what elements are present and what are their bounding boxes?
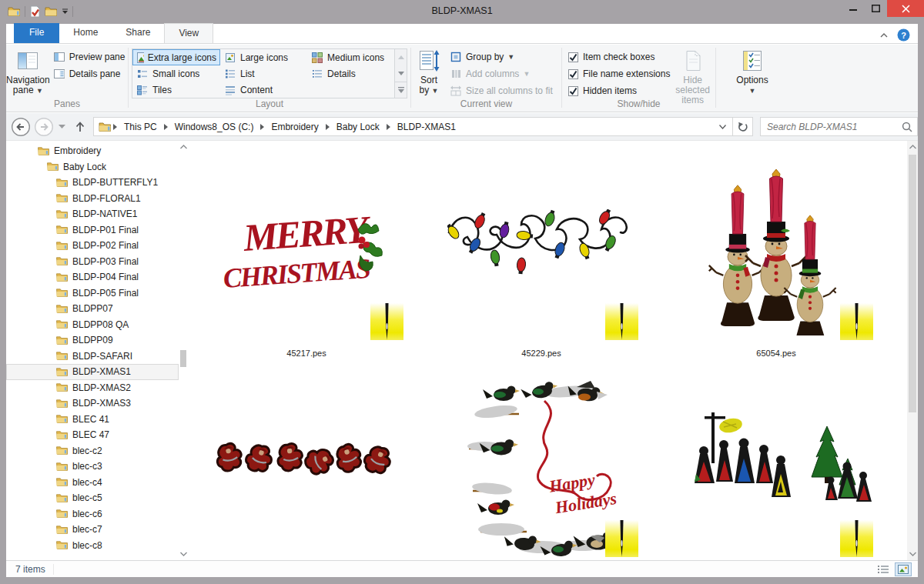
breadcrumb-this-pc[interactable]: This PC — [122, 121, 159, 133]
sidebar-item[interactable]: BLDP-P02 Final — [6, 238, 179, 254]
breadcrumb-chevron-icon[interactable] — [387, 124, 390, 130]
sidebar-item[interactable]: Embroidery — [6, 143, 179, 159]
hidden-items-checkbox[interactable]: Hidden items — [568, 82, 670, 99]
breadcrumb-bldp-xmas1[interactable]: BLDP-XMAS1 — [396, 121, 457, 133]
sidebar-item[interactable]: BLEC 47 — [6, 427, 179, 443]
breadcrumb-embroidery[interactable]: Embroidery — [270, 121, 320, 133]
add-columns-button[interactable]: Add columns▼ — [447, 65, 556, 82]
search-icon[interactable] — [902, 122, 912, 132]
sidebar-scrollbar[interactable] — [179, 141, 188, 560]
close-button[interactable] — [887, 0, 924, 17]
gallery-more-icon[interactable] — [395, 82, 407, 98]
minimize-button[interactable] — [842, 0, 865, 17]
file-name-extensions-checkbox[interactable]: File name extensions — [568, 65, 670, 82]
layout-content[interactable]: Content — [220, 82, 307, 98]
sidebar-item[interactable]: Baby Lock — [6, 159, 179, 175]
sidebar-item[interactable]: BLDP-BUTTERFLY1 — [6, 175, 179, 191]
breadcrumb-chevron-icon[interactable] — [113, 124, 117, 130]
help-icon[interactable]: ? — [897, 28, 910, 42]
sidebar-item-label: BLDP-P03 Final — [72, 256, 139, 267]
forward-button[interactable] — [34, 117, 54, 137]
sidebar-item[interactable]: BLDP-FLORAL1 — [6, 191, 179, 207]
tab-view[interactable]: View — [164, 23, 213, 43]
breadcrumb-chevron-icon[interactable] — [326, 124, 330, 130]
layout-list[interactable]: List — [220, 65, 307, 82]
layout-small-icons[interactable]: Small icons — [132, 65, 220, 82]
sidebar-item[interactable]: blec-c7 — [6, 522, 179, 538]
file-item-45217[interactable]: MERRY CHRISTMAS 45217.pes — [208, 151, 405, 358]
tab-share[interactable]: Share — [112, 23, 164, 43]
main-scroll-up-icon[interactable] — [907, 141, 918, 153]
sidebar-item[interactable]: BLDP-XMAS1 — [6, 364, 179, 380]
details-pane-button[interactable]: Details pane — [50, 65, 129, 82]
main-scrollbar[interactable] — [907, 141, 918, 560]
layout-large-icons[interactable]: Large icons — [220, 49, 307, 65]
layout-medium-icons[interactable]: Medium icons — [307, 49, 394, 65]
search-input[interactable] — [765, 121, 902, 133]
sidebar-item[interactable]: blec-c3 — [6, 459, 179, 475]
details-view-button[interactable] — [875, 562, 892, 576]
sidebar-item[interactable]: BLDP-XMAS2 — [6, 380, 179, 396]
title-bar: BLDP-XMAS1 — [0, 0, 924, 24]
file-item-happy-holidays-birds[interactable]: Happy Holidays — [443, 368, 640, 560]
refresh-button[interactable] — [733, 117, 753, 136]
sidebar-item[interactable]: BLDP-P04 Final — [6, 269, 179, 285]
size-all-columns-button[interactable]: Size all columns to fit — [447, 82, 556, 99]
sidebar-scroll-up-icon[interactable] — [179, 141, 188, 153]
item-check-boxes-checkbox[interactable]: Item check boxes — [568, 48, 670, 65]
hide-selected-items-icon — [681, 48, 705, 73]
sidebar-scroll-down-icon[interactable] — [179, 548, 188, 560]
sidebar-item-label: blec-c3 — [72, 461, 102, 472]
sidebar-item[interactable]: BLDP-SAFARI — [6, 349, 179, 365]
gallery-scroll-down-icon[interactable] — [395, 65, 407, 82]
sidebar-item[interactable]: blec-c5 — [6, 490, 179, 506]
collapse-ribbon-icon[interactable] — [880, 33, 888, 38]
sidebar-item[interactable]: BLDP-NATIVE1 — [6, 206, 179, 222]
breadcrumb-baby-lock[interactable]: Baby Lock — [335, 121, 381, 133]
file-item-santas[interactable] — [208, 368, 405, 560]
pes-needle-icon — [840, 520, 873, 557]
options-button[interactable]: Options▼ — [727, 47, 778, 96]
pes-needle-icon — [605, 520, 638, 557]
large-thumbnails-view-button[interactable] — [895, 562, 912, 576]
breadcrumb-chevron-icon[interactable] — [260, 124, 264, 130]
breadcrumb-drive[interactable]: Windows8_OS (C:) — [173, 121, 256, 133]
sidebar-item[interactable]: BLDP-P01 Final — [6, 222, 179, 239]
sidebar-item[interactable]: BLEC 41 — [6, 412, 179, 428]
checkbox-checked-icon — [568, 52, 578, 62]
back-button[interactable] — [11, 117, 31, 137]
maximize-button[interactable] — [865, 0, 887, 17]
sidebar-item[interactable]: blec-c2 — [6, 443, 179, 459]
sidebar-item[interactable]: BLDP-P05 Final — [6, 285, 179, 302]
file-item-65054[interactable]: 65054.pes — [678, 151, 875, 358]
gallery-scroll-up-icon[interactable] — [395, 49, 407, 65]
recent-locations-chevron-icon[interactable] — [59, 125, 65, 129]
sidebar-item[interactable]: BLDPP08 QA — [6, 317, 179, 333]
file-thumbnail-happy-holidays-birds: Happy Holidays — [461, 372, 627, 560]
tab-home[interactable]: Home — [59, 23, 112, 43]
sidebar-item[interactable]: BLDP-XMAS3 — [6, 395, 179, 412]
sidebar-item[interactable]: BLDPP07 — [6, 301, 179, 317]
layout-extra-large-icons[interactable]: Extra large icons — [132, 49, 220, 65]
preview-pane-button[interactable]: Preview pane — [50, 48, 129, 65]
sidebar-scroll-thumb[interactable] — [180, 350, 186, 367]
sidebar-item[interactable]: BLDPP09 — [6, 332, 179, 349]
group-by-button[interactable]: Group by▼ — [447, 48, 556, 65]
address-dropdown-chevron-icon[interactable] — [713, 125, 732, 129]
tab-file[interactable]: File — [14, 23, 59, 43]
layout-details[interactable]: Details — [307, 65, 394, 82]
file-item-carolers[interactable] — [678, 368, 875, 560]
file-item-45229[interactable]: 45229.pes — [443, 151, 640, 358]
sidebar-item[interactable]: BLDP-P03 Final — [6, 254, 179, 270]
address-box[interactable]: This PC Windows8_OS (C:) Embroidery Baby… — [93, 117, 733, 136]
sidebar-item[interactable]: blec-c4 — [6, 475, 179, 491]
sidebar-item-label: BLDP-XMAS3 — [72, 398, 131, 409]
main-scroll-thumb[interactable] — [909, 155, 916, 412]
up-button[interactable] — [73, 120, 87, 134]
breadcrumb-chevron-icon[interactable] — [164, 124, 168, 130]
sidebar-item[interactable]: blec-c8 — [6, 538, 179, 554]
main-scroll-down-icon[interactable] — [907, 548, 918, 560]
layout-tiles[interactable]: Tiles — [132, 82, 220, 98]
size-columns-icon — [450, 85, 462, 97]
sidebar-item[interactable]: blec-c6 — [6, 506, 179, 522]
